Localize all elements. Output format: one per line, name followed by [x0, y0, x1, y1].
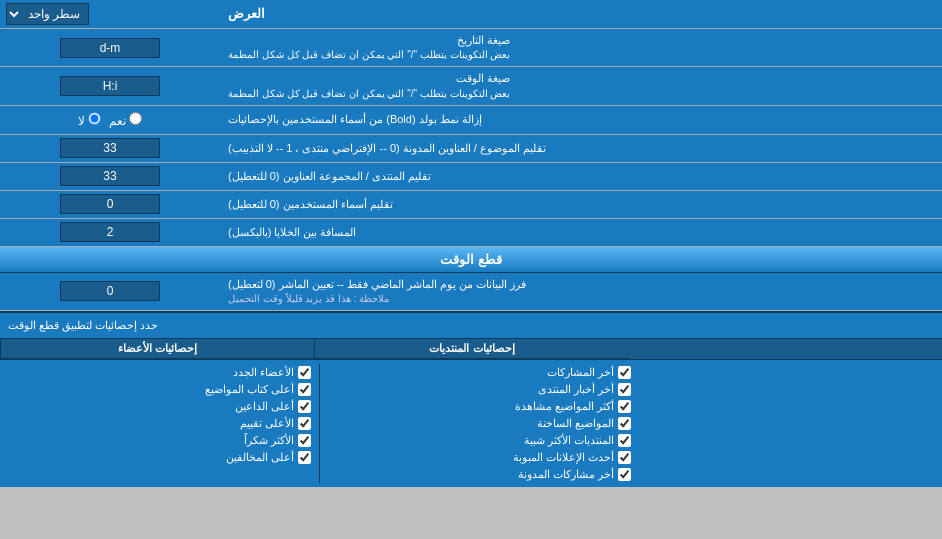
username-trim-input-cell — [0, 191, 220, 218]
topic-titles-input[interactable] — [60, 138, 160, 158]
checkbox-top-rated: الأعلى تقييم — [8, 415, 311, 432]
col2-header: إحصائيات الأعضاء — [0, 339, 314, 359]
checkbox-most-thanked: الأكثر شكراً — [8, 432, 311, 449]
bold-remove-radio-cell: نعم لا — [0, 106, 220, 134]
display-dropdown[interactable]: سطر واحد سطران ثلاثة أسطر — [6, 3, 89, 25]
checkbox-section: حدد إحصائيات لتطبيق قطع الوقت إحصائيات ا… — [0, 311, 942, 487]
checkbox-last-posts: أخر المشاركات — [328, 364, 631, 381]
time-format-input-cell — [0, 67, 220, 104]
cut-time-input-cell — [0, 273, 220, 310]
cb-new-members[interactable] — [298, 366, 311, 379]
dropdown-cell[interactable]: سطر واحد سطران ثلاثة أسطر — [0, 0, 220, 28]
member-stats-col: الأعضاء الجدد أعلى كتاب المواضيع أعلى ال… — [0, 364, 320, 483]
checkbox-similar-forums: المنتديات الأكثر شبية — [328, 432, 631, 449]
cell-spacing-input[interactable] — [60, 222, 160, 242]
date-format-label: صيغة التاريخ بعض التكوينات يتطلب "/" الت… — [220, 29, 942, 66]
bold-remove-label: إزالة نمط بولد (Bold) من أسماء المستخدمي… — [220, 106, 942, 134]
time-format-input[interactable] — [60, 76, 160, 96]
cb-forum-news[interactable] — [618, 383, 631, 396]
col1-header: إحصائيات المنتديات — [314, 339, 628, 359]
checkbox-forum-news: أخر أخبار المنتدى — [328, 381, 631, 398]
checkbox-top-inviters: أعلى الداعين — [8, 398, 311, 415]
topic-titles-label: تقليم الموضوع / العناوين المدونة (0 -- ا… — [220, 135, 942, 162]
cut-time-input[interactable] — [60, 281, 160, 301]
forum-trim-input[interactable] — [60, 166, 160, 186]
main-container: العرض سطر واحد سطران ثلاثة أسطر صيغة الت… — [0, 0, 942, 487]
cb-similar-forums[interactable] — [618, 434, 631, 447]
date-format-input[interactable] — [60, 38, 160, 58]
cb-top-rated[interactable] — [298, 417, 311, 430]
cb-top-violators[interactable] — [298, 451, 311, 464]
checkbox-latest-ads: أحدث الإعلانات المبوبة — [328, 449, 631, 466]
topic-titles-input-cell — [0, 135, 220, 162]
forum-trim-input-cell — [0, 163, 220, 190]
radio-no[interactable] — [88, 112, 101, 125]
cb-hot-topics[interactable] — [618, 417, 631, 430]
radio-yes[interactable] — [129, 112, 142, 125]
checkbox-most-viewed: أكثر المواضيع مشاهدة — [328, 398, 631, 415]
username-trim-input[interactable] — [60, 194, 160, 214]
checkbox-blog-posts: أخر مشاركات المدونة — [328, 466, 631, 483]
cb-top-writers[interactable] — [298, 383, 311, 396]
radio-no-label: لا — [78, 112, 101, 128]
checkbox-hot-topics: المواضيع الساخنة — [328, 415, 631, 432]
time-format-label: صيغة الوقت بعض التكوينات يتطلب "/" التي … — [220, 67, 942, 104]
radio-yes-label: نعم — [109, 112, 142, 128]
checkbox-top-writers: أعلى كتاب المواضيع — [8, 381, 311, 398]
checkbox-new-members: الأعضاء الجدد — [8, 364, 311, 381]
limit-label: حدد إحصائيات لتطبيق قطع الوقت — [0, 313, 942, 338]
cb-latest-ads[interactable] — [618, 451, 631, 464]
forum-trim-label: تقليم المنتدى / المجموعة العناوين (0 للت… — [220, 163, 942, 190]
date-format-input-cell — [0, 29, 220, 66]
cb-top-inviters[interactable] — [298, 400, 311, 413]
section-label: العرض — [220, 0, 942, 28]
cb-blog-posts[interactable] — [618, 468, 631, 481]
cell-spacing-input-cell — [0, 219, 220, 246]
cut-time-header: قطع الوقت — [0, 247, 942, 273]
cell-spacing-label: المسافة بين الخلايا (بالبكسل) — [220, 219, 942, 246]
cb-most-thanked[interactable] — [298, 434, 311, 447]
forum-stats-col: أخر المشاركات أخر أخبار المنتدى أكثر الم… — [320, 364, 639, 483]
cb-last-posts[interactable] — [618, 366, 631, 379]
cb-most-viewed[interactable] — [618, 400, 631, 413]
username-trim-label: تقليم أسماء المستخدمين (0 للتعطيل) — [220, 191, 942, 218]
cut-time-label-cell: فرز البيانات من يوم الماشر الماضي فقط --… — [220, 273, 942, 310]
checkbox-top-violators: أعلى المخالفين — [8, 449, 311, 466]
